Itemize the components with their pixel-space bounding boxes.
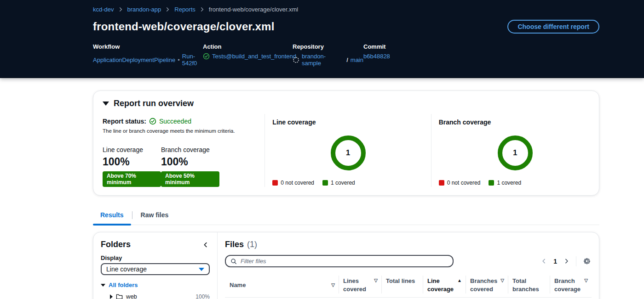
branch-coverage-metric-label: Branch coverage <box>161 146 219 153</box>
tab-results[interactable]: Results <box>93 209 131 225</box>
page-title: frontend-web/coverage/clover.xml <box>93 20 275 33</box>
branch-coverage-donut-chart: 1 <box>498 135 533 170</box>
line-coverage-donut-value: 1 <box>346 148 350 158</box>
expanded-caret-icon <box>101 284 105 287</box>
files-table-header: Name ▽ Lines covered ▽ Total lines Line … <box>225 274 592 298</box>
display-select[interactable]: Line coverage <box>101 263 210 275</box>
search-icon <box>230 258 237 265</box>
current-page-number[interactable]: 1 <box>553 258 557 265</box>
branch-covered-legend: 1 covered <box>497 180 521 186</box>
filter-files-box <box>225 255 454 267</box>
folders-title: Folders <box>101 240 131 249</box>
branch-not-covered-legend: 0 not covered <box>447 180 481 186</box>
breadcrumb-current: frontend-web/coverage/clover.xml <box>209 6 298 13</box>
workflow-run-link[interactable]: Run-542f0 <box>182 53 203 67</box>
next-page-button[interactable] <box>563 257 570 265</box>
filter-files-input[interactable] <box>241 258 448 265</box>
column-header-branches-covered[interactable]: Branches covered ▽ <box>466 274 508 297</box>
breadcrumb-reports[interactable]: Reports <box>174 6 196 13</box>
folder-icon <box>116 293 123 299</box>
collapsed-caret-icon <box>110 294 113 299</box>
overview-title: Report run overview <box>114 99 194 108</box>
page-header: kcd-dev brandon-app Reports frontend-web… <box>0 0 644 78</box>
separator-slash: / <box>346 56 348 63</box>
not-covered-swatch <box>272 180 278 186</box>
sort-descending-icon[interactable]: ▽ <box>584 277 588 284</box>
files-title: Files <box>225 240 244 249</box>
tree-item-web[interactable]: web 100% <box>110 293 210 299</box>
tab-divider <box>132 211 132 219</box>
display-select-value: Line coverage <box>106 265 147 273</box>
success-check-icon <box>203 53 210 60</box>
covered-swatch <box>489 180 494 186</box>
collapse-caret-icon <box>103 102 109 106</box>
action-label: Action <box>203 43 293 50</box>
succeeded-check-icon <box>149 118 156 125</box>
display-label: Display <box>101 254 210 261</box>
line-covered-legend: 1 covered <box>331 180 355 186</box>
repository-link[interactable]: brandon-sample <box>302 53 344 67</box>
files-table: Name ▽ Lines covered ▽ Total lines Line … <box>225 274 592 299</box>
overview-expander[interactable]: Report run overview <box>93 91 599 111</box>
line-not-covered-legend: 0 not covered <box>281 180 314 186</box>
tab-raw-files[interactable]: Raw files <box>133 209 176 225</box>
line-coverage-metric-value: 100% <box>103 156 161 168</box>
line-coverage-badge: Above 70% minimum <box>103 171 161 187</box>
not-covered-swatch <box>439 180 444 186</box>
pager-divider <box>576 256 576 266</box>
branch-coverage-metric-value: 100% <box>161 156 219 168</box>
commit-link[interactable]: b6b48828 <box>363 53 390 60</box>
line-coverage-donut-chart: 1 <box>331 135 366 170</box>
branch-coverage-donut-value: 1 <box>513 148 517 158</box>
breadcrumb-space[interactable]: kcd-dev <box>93 6 114 13</box>
report-status-value: Succeeded <box>159 118 191 125</box>
report-tabs: Results Raw files <box>93 209 599 225</box>
column-header-branch-coverage[interactable]: Branch coverage ▽ <box>550 274 592 297</box>
collapse-folders-button[interactable] <box>201 241 210 249</box>
chevron-right-icon <box>118 7 123 12</box>
folder-tree: All folders web 100% <box>101 282 210 299</box>
line-coverage-metric-label: Line coverage <box>103 146 161 153</box>
tree-item-coverage: 100% <box>196 293 210 299</box>
repository-label: Repository <box>293 43 363 50</box>
tree-root-label: All folders <box>109 282 138 288</box>
workflow-label: Workflow <box>93 43 203 50</box>
table-settings-gear-icon[interactable] <box>582 256 592 266</box>
column-header-name[interactable]: Name ▽ <box>225 274 339 297</box>
report-status-label: Report status: <box>103 118 146 125</box>
breadcrumb-project[interactable]: brandon-app <box>127 6 161 13</box>
folders-panel: Folders Display Line coverage All folder… <box>93 232 218 299</box>
breadcrumb: kcd-dev brandon-app Reports frontend-web… <box>93 6 599 13</box>
files-count: (1) <box>247 240 257 249</box>
commit-label: Commit <box>363 43 390 50</box>
line-coverage-chart-title: Line coverage <box>272 118 423 126</box>
tree-item-name: web <box>126 293 137 299</box>
column-header-line-coverage[interactable]: Line coverage ▲ <box>423 274 466 297</box>
sort-ascending-icon[interactable]: ▲ <box>457 277 462 284</box>
workflow-link[interactable]: ApplicationDeploymentPipeline <box>93 56 175 63</box>
column-header-total-branches[interactable]: Total branches <box>508 274 550 297</box>
repository-icon <box>293 56 299 63</box>
branch-link[interactable]: main <box>351 56 363 63</box>
separator-dot: • <box>178 56 180 63</box>
chevron-right-icon <box>200 7 205 12</box>
report-status-note: The line or branch coverage meets the mi… <box>103 128 255 134</box>
report-meta: Workflow ApplicationDeploymentPipeline •… <box>93 43 599 67</box>
choose-different-report-button[interactable]: Choose different report <box>507 20 599 34</box>
branch-coverage-chart-title: Branch coverage <box>439 118 592 126</box>
files-panel: Files (1) 1 Name <box>218 232 599 299</box>
report-run-overview-card: Report run overview Report status: Succe… <box>93 90 599 196</box>
branch-coverage-badge: Above 50% minimum <box>161 171 219 187</box>
select-caret-icon <box>199 268 204 271</box>
sort-descending-icon[interactable]: ▽ <box>374 277 378 284</box>
action-link[interactable]: Tests@build_and_test_frontend <box>212 53 296 60</box>
sort-descending-icon[interactable]: ▽ <box>331 282 335 288</box>
chevron-right-icon <box>165 7 170 12</box>
tree-root-all-folders[interactable]: All folders <box>101 282 210 288</box>
sort-descending-icon[interactable]: ▽ <box>500 277 504 284</box>
pagination: 1 <box>540 256 592 266</box>
column-header-total-lines[interactable]: Total lines <box>381 274 423 297</box>
covered-swatch <box>322 180 328 186</box>
previous-page-button[interactable] <box>540 257 548 265</box>
column-header-lines-covered[interactable]: Lines covered ▽ <box>339 274 381 297</box>
